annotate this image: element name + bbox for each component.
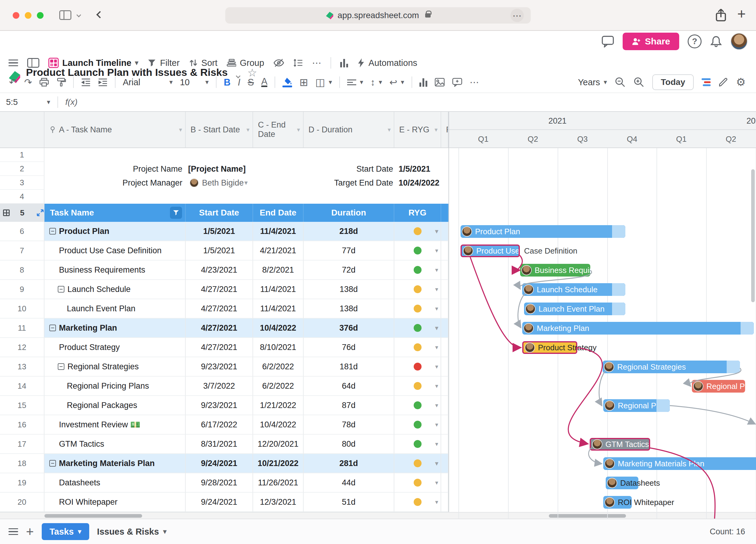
- sidebar-toggle-icon[interactable]: [59, 10, 71, 20]
- cell-start-date[interactable]: 4/27/2021: [186, 338, 253, 357]
- ryg-caret[interactable]: ▾: [435, 228, 438, 235]
- collapse-icon[interactable]: [58, 286, 64, 292]
- row-number[interactable]: 1: [0, 148, 44, 162]
- cell-end-date[interactable]: 8/10/2021: [253, 338, 304, 357]
- cell-start-date[interactable]: 4/23/2021: [186, 261, 253, 280]
- gantt-bar-datasheets[interactable]: Datasheets: [606, 477, 638, 489]
- vertical-scrollbar[interactable]: [751, 169, 755, 302]
- gantt-horizontal-scrollbar[interactable]: [549, 514, 626, 518]
- ryg-caret[interactable]: ▾: [435, 344, 438, 351]
- gantt-bar-launch-event-plan[interactable]: Launch Event Plan: [524, 302, 625, 315]
- print-icon[interactable]: [39, 78, 49, 87]
- cell-start-date[interactable]: 9/24/2021: [186, 454, 253, 473]
- target-end-value[interactable]: 10/24/2022: [399, 176, 439, 190]
- eyedropper-icon[interactable]: [719, 77, 728, 87]
- insert-chart-icon[interactable]: [419, 78, 427, 87]
- cell-ryg[interactable]: ▾: [394, 415, 441, 435]
- row-number[interactable]: 14: [0, 376, 44, 396]
- column-header-f[interactable]: F: [441, 112, 448, 148]
- cell-duration[interactable]: 80d: [304, 435, 394, 454]
- group-button[interactable]: Group: [226, 58, 264, 68]
- row-number[interactable]: 2: [0, 162, 44, 176]
- cell-task-name[interactable]: Product Plan: [44, 222, 186, 241]
- text-wrap-button[interactable]: ↩▾: [389, 78, 404, 87]
- redo-icon[interactable]: ↷: [24, 78, 32, 87]
- row-number[interactable]: 4: [0, 190, 44, 204]
- cell-task-name[interactable]: GTM Tactics: [44, 435, 186, 454]
- row-number[interactable]: 19: [0, 473, 44, 493]
- cell-start-date[interactable]: 1/5/2021: [186, 241, 253, 261]
- row-number[interactable]: 11: [0, 318, 44, 338]
- start-date-value[interactable]: 1/5/2021: [399, 162, 430, 176]
- cell-f[interactable]: [441, 318, 448, 338]
- cell-start-date[interactable]: 8/31/2021: [186, 435, 253, 454]
- columns-icon[interactable]: [340, 58, 348, 67]
- cell-ryg[interactable]: ▾: [394, 261, 441, 280]
- collapse-icon[interactable]: [49, 460, 56, 467]
- cell-end-date[interactable]: 11/4/2021: [253, 222, 304, 241]
- menu-icon[interactable]: [8, 58, 18, 68]
- column-header-d[interactable]: D - Duration▾: [304, 112, 394, 148]
- cell-start-date[interactable]: 9/23/2021: [186, 396, 253, 415]
- cell-end-date[interactable]: 6/2/2022: [253, 376, 304, 396]
- row-number[interactable]: 10: [0, 299, 44, 318]
- merge-cells-button[interactable]: ◫▾: [315, 77, 332, 87]
- ryg-caret[interactable]: ▾: [435, 266, 438, 273]
- cell-task-name[interactable]: Regional Pricing Plans: [44, 376, 186, 396]
- gantt-bar-product-strategy[interactable]: Product Strategy: [522, 341, 577, 354]
- cell-ryg[interactable]: ▾: [394, 241, 441, 261]
- cell-f[interactable]: [441, 222, 448, 241]
- today-button[interactable]: Today: [652, 74, 693, 90]
- cell-duration[interactable]: 51d: [304, 493, 394, 512]
- sheet-horizontal-scrollbar[interactable]: [44, 514, 142, 518]
- cell-start-date[interactable]: 4/27/2021: [186, 280, 253, 299]
- zoom-out-icon[interactable]: [615, 77, 626, 88]
- cell-start-date[interactable]: 3/7/2022: [186, 376, 253, 396]
- cell-task-name[interactable]: Product Use Case Definition: [44, 241, 186, 261]
- tab-tasks[interactable]: Tasks▾: [42, 523, 89, 540]
- cell-duration[interactable]: 376d: [304, 318, 394, 338]
- font-size-select[interactable]: 10▾: [180, 77, 209, 87]
- gantt-bar-roi-whitepaper[interactable]: ROI Whitepaper: [603, 496, 632, 509]
- cell-ryg[interactable]: ▾: [394, 357, 441, 376]
- cell-task-name[interactable]: Datasheets: [44, 473, 186, 493]
- share-button[interactable]: Share: [623, 33, 679, 50]
- view-selector[interactable]: Launch Timeline▾: [48, 58, 138, 68]
- cell-ryg[interactable]: ▾: [394, 396, 441, 415]
- zoom-in-icon[interactable]: [634, 77, 644, 88]
- cell-start-date[interactable]: 9/24/2021: [186, 493, 253, 512]
- cell-end-date[interactable]: 4/21/2021: [253, 241, 304, 261]
- cell-task-name[interactable]: Business Requirements: [44, 261, 186, 280]
- row-number[interactable]: 15: [0, 396, 44, 415]
- cell-task-name[interactable]: Launch Event Plan: [44, 299, 186, 318]
- cell-end-date[interactable]: 12/3/2021: [253, 493, 304, 512]
- indent-icon[interactable]: [98, 78, 108, 87]
- text-color-button[interactable]: A: [261, 77, 268, 87]
- gantt-bar-marketing-materials-plan[interactable]: Marketing Materials Plan: [603, 457, 756, 470]
- cell-duration[interactable]: 64d: [304, 376, 394, 396]
- gantt-bar-regional-pricing-plans[interactable]: Regional Pricing Plans: [692, 380, 745, 392]
- more-icon[interactable]: ⋯: [510, 9, 524, 22]
- column-filter-button[interactable]: [170, 207, 182, 219]
- toolbar-more-icon[interactable]: ⋯: [312, 58, 321, 68]
- cell-task-name[interactable]: Regional Strategies: [44, 357, 186, 376]
- cell-f[interactable]: [441, 357, 448, 376]
- cell-ryg[interactable]: ▾: [394, 454, 441, 473]
- cell-start-date[interactable]: 4/27/2021: [186, 299, 253, 318]
- cell-task-name[interactable]: Product Strategy: [44, 338, 186, 357]
- cell-end-date[interactable]: 11/4/2021: [253, 299, 304, 318]
- ryg-caret[interactable]: ▾: [435, 498, 438, 506]
- insert-image-icon[interactable]: [435, 78, 445, 87]
- row-number[interactable]: 13: [0, 357, 44, 376]
- row-number[interactable]: 18: [0, 454, 44, 473]
- bold-button[interactable]: B: [224, 78, 230, 87]
- fx-icon[interactable]: f(x): [65, 97, 77, 107]
- cell-ryg[interactable]: ▾: [394, 222, 441, 241]
- gantt-bar-product-plan[interactable]: Product Plan: [461, 225, 625, 238]
- cell-task-name[interactable]: Investment Review 💵: [44, 415, 186, 435]
- header-task-name[interactable]: Task Name: [44, 204, 186, 222]
- zoom-window-button[interactable]: [37, 12, 44, 19]
- gantt-bar-business-requirements[interactable]: Business Requirements: [520, 264, 590, 276]
- cell-task-name[interactable]: ROI Whitepaper: [44, 493, 186, 512]
- cell-start-date[interactable]: 9/23/2021: [186, 357, 253, 376]
